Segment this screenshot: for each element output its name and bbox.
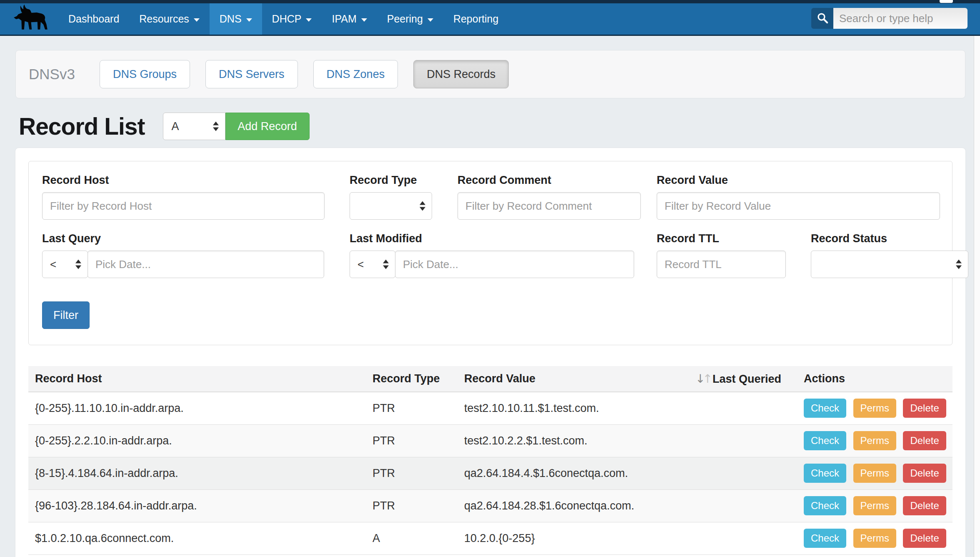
record-ttl-label: Record TTL bbox=[657, 232, 719, 245]
record-host-cell: {96-103}.28.184.64.in-addr.arpa. bbox=[28, 489, 366, 522]
record-comment-filter-input[interactable] bbox=[458, 192, 641, 220]
delete-button[interactable]: Delete bbox=[903, 399, 946, 418]
last-query-label: Last Query bbox=[42, 232, 101, 245]
sort-desc-icon: ↓ bbox=[695, 372, 702, 386]
record-value-filter-input[interactable] bbox=[657, 192, 940, 220]
browser-top-strip bbox=[0, 0, 980, 3]
dnsv3-title: DNSv3 bbox=[29, 66, 100, 83]
record-type-label: Record Type bbox=[350, 174, 417, 187]
record-type-cell: A bbox=[366, 522, 458, 554]
record-status-filter-select[interactable] bbox=[811, 251, 968, 278]
nav-item-dashboard[interactable]: Dashboard bbox=[58, 3, 129, 35]
column-header-label: Last Queried bbox=[712, 373, 781, 385]
last-modified-operator-value: < bbox=[358, 258, 364, 271]
last-query-operator-value: < bbox=[50, 258, 56, 271]
search-input[interactable] bbox=[833, 8, 968, 29]
record-ttl-filter-input[interactable] bbox=[657, 251, 786, 278]
delete-button[interactable]: Delete bbox=[903, 496, 946, 515]
table-row: $1.0.2.10.qa.6connect.com. A 10.2.0.{0-2… bbox=[28, 522, 952, 554]
column-header-record-host: Record Host bbox=[28, 366, 366, 392]
record-value-cell: qa2.64.184.28.$1.6conectqa.com. bbox=[458, 489, 689, 522]
search-icon bbox=[816, 12, 829, 25]
delete-button[interactable]: Delete bbox=[903, 431, 946, 450]
scrollbar[interactable] bbox=[974, 36, 980, 557]
record-type-cell: PTR bbox=[366, 424, 458, 457]
nav-label: Resources bbox=[139, 13, 189, 25]
delete-button[interactable]: Delete bbox=[903, 529, 946, 548]
main-navbar: Dashboard Resources DNS DHCP IPAM Peerin… bbox=[0, 3, 980, 36]
perms-button[interactable]: Perms bbox=[853, 496, 896, 515]
global-search bbox=[811, 8, 968, 29]
record-comment-label: Record Comment bbox=[458, 174, 551, 187]
moose-logo-icon[interactable] bbox=[11, 4, 50, 34]
table-row: {0-255}.2.2.10.in-addr.arpa. PTR test2.1… bbox=[28, 424, 952, 457]
sort-icon: ↓↑ bbox=[695, 372, 710, 386]
check-button[interactable]: Check bbox=[804, 431, 846, 450]
perms-button[interactable]: Perms bbox=[853, 399, 896, 418]
check-button[interactable]: Check bbox=[804, 496, 846, 515]
records-table: Record Host Record Type Record Value ↓↑L… bbox=[28, 366, 952, 555]
record-type-selector-value: A bbox=[172, 120, 179, 133]
last-queried-cell bbox=[689, 522, 797, 554]
tab-dns-groups[interactable]: DNS Groups bbox=[100, 60, 190, 88]
records-tbody: {0-255}.11.10.10.in-addr.arpa. PTR test2… bbox=[28, 392, 952, 554]
caret-down-icon bbox=[361, 18, 367, 22]
browser-top-artifact bbox=[940, 0, 953, 3]
record-value-cell: 10.2.0.{0-255} bbox=[458, 522, 689, 554]
perms-button[interactable]: Perms bbox=[853, 431, 896, 450]
record-type-cell: PTR bbox=[366, 489, 458, 522]
nav-item-dns[interactable]: DNS bbox=[210, 3, 262, 35]
column-header-record-type: Record Type bbox=[366, 366, 458, 392]
caret-down-icon bbox=[428, 18, 433, 22]
select-arrows-icon bbox=[75, 260, 81, 269]
add-record-button[interactable]: Add Record bbox=[225, 113, 310, 140]
record-status-label: Record Status bbox=[811, 232, 887, 245]
last-queried-cell bbox=[689, 457, 797, 489]
record-type-cell: PTR bbox=[366, 457, 458, 489]
table-row: {0-255}.11.10.10.in-addr.arpa. PTR test2… bbox=[28, 392, 952, 424]
record-list-header: Record List A Add Record bbox=[19, 113, 310, 140]
nav-item-ipam[interactable]: IPAM bbox=[322, 3, 377, 35]
record-type-filter-select[interactable] bbox=[350, 192, 432, 220]
nav-item-peering[interactable]: Peering bbox=[377, 3, 443, 35]
tab-dns-servers[interactable]: DNS Servers bbox=[205, 60, 298, 88]
filter-submit-button[interactable]: Filter bbox=[42, 301, 90, 329]
select-arrows-icon bbox=[420, 201, 425, 211]
last-modified-label: Last Modified bbox=[350, 232, 422, 245]
record-value-cell: qa2.64.184.4.$1.6conectqa.com. bbox=[458, 457, 689, 489]
last-query-date-input[interactable] bbox=[88, 251, 324, 278]
perms-button[interactable]: Perms bbox=[853, 464, 896, 483]
column-header-last-queried[interactable]: ↓↑Last Queried bbox=[689, 366, 797, 392]
record-host-label: Record Host bbox=[42, 174, 109, 187]
caret-down-icon bbox=[194, 18, 200, 22]
column-header-actions: Actions bbox=[797, 366, 952, 392]
nav-item-reporting[interactable]: Reporting bbox=[443, 3, 508, 35]
record-type-selector[interactable]: A bbox=[163, 113, 225, 140]
table-header-row: Record Host Record Type Record Value ↓↑L… bbox=[28, 366, 952, 392]
caret-down-icon bbox=[246, 18, 252, 22]
column-header-record-value: Record Value bbox=[458, 366, 689, 392]
tab-dns-records[interactable]: DNS Records bbox=[413, 60, 509, 88]
perms-button[interactable]: Perms bbox=[853, 529, 896, 548]
delete-button[interactable]: Delete bbox=[903, 464, 946, 483]
record-host-cell: $1.0.2.10.qa.6connect.com. bbox=[28, 522, 366, 554]
record-host-filter-input[interactable] bbox=[42, 192, 325, 220]
record-host-cell: {8-15}.4.184.64.in-addr.arpa. bbox=[28, 457, 366, 489]
record-value-cell: test2.10.2.2.$1.test.com. bbox=[458, 424, 689, 457]
tab-dns-zones[interactable]: DNS Zones bbox=[313, 60, 398, 88]
check-button[interactable]: Check bbox=[804, 464, 846, 483]
last-modified-operator-select[interactable]: < bbox=[350, 251, 395, 278]
nav-label: Dashboard bbox=[68, 13, 119, 25]
sort-asc-icon: ↑ bbox=[702, 372, 710, 386]
check-button[interactable]: Check bbox=[804, 529, 846, 548]
last-query-operator-select[interactable]: < bbox=[42, 251, 88, 278]
caret-down-icon bbox=[306, 18, 312, 22]
check-button[interactable]: Check bbox=[804, 399, 846, 418]
search-button[interactable] bbox=[811, 8, 833, 29]
nav-item-resources[interactable]: Resources bbox=[129, 3, 210, 35]
nav-item-dhcp[interactable]: DHCP bbox=[262, 3, 322, 35]
dnsv3-tab-panel: DNSv3 DNS Groups DNS Servers DNS Zones D… bbox=[15, 50, 965, 98]
last-modified-date-input[interactable] bbox=[395, 251, 634, 278]
select-arrows-icon bbox=[383, 260, 389, 269]
nav-label: Reporting bbox=[453, 13, 498, 25]
